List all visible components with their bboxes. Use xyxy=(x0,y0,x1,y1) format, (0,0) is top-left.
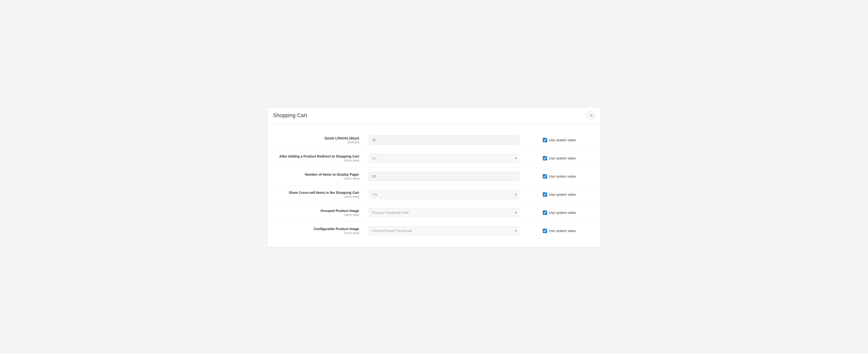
system-value-col-quote-lifetime: Use system value xyxy=(543,138,596,142)
system-value-text-configurable-product-image: Use system value xyxy=(549,229,576,233)
label-col-quote-lifetime: Quote Lifetime (days)[website] xyxy=(272,136,364,144)
system-value-checkbox-grouped-product-image[interactable] xyxy=(543,211,547,215)
form-row-grouped-product-image: Grouped Product Image[store view]Product… xyxy=(272,204,596,222)
select-wrapper-grouped-product-image: Product Thumbnail ItselfParent Product T… xyxy=(369,208,519,217)
panel-header: Shopping Cart ⊙ xyxy=(267,107,601,124)
system-value-checkbox-cross-sell[interactable] xyxy=(543,192,547,197)
panel-body: Quote Lifetime (days)[website]Use system… xyxy=(267,124,601,247)
control-col-items-pager xyxy=(364,172,543,181)
system-value-checkbox-redirect-to-cart[interactable] xyxy=(543,156,547,161)
form-row-quote-lifetime: Quote Lifetime (days)[website]Use system… xyxy=(272,131,596,149)
system-value-col-grouped-product-image: Use system value xyxy=(543,211,596,215)
scope-text-items-pager: [store view] xyxy=(272,177,359,180)
label-col-grouped-product-image: Grouped Product Image[store view] xyxy=(272,209,364,217)
scope-text-configurable-product-image: [store view] xyxy=(272,231,359,235)
collapse-button[interactable]: ⊙ xyxy=(587,111,595,119)
select-redirect-to-cart[interactable]: NoYes xyxy=(369,154,519,163)
system-value-checkbox-configurable-product-image[interactable] xyxy=(543,229,547,233)
control-col-redirect-to-cart: NoYes▾ xyxy=(364,154,543,163)
system-value-col-items-pager: Use system value xyxy=(543,174,596,179)
label-text-quote-lifetime: Quote Lifetime (days) xyxy=(272,136,359,141)
system-value-checkbox-quote-lifetime[interactable] xyxy=(543,138,547,142)
scope-text-cross-sell: [store view] xyxy=(272,195,359,199)
control-col-configurable-product-image: Product Thumbnail ItselfParent Product T… xyxy=(364,226,543,236)
system-value-label-redirect-to-cart[interactable]: Use system value xyxy=(543,156,576,161)
select-cross-sell[interactable]: YesNo xyxy=(369,190,519,199)
system-value-col-redirect-to-cart: Use system value xyxy=(543,156,596,161)
system-value-text-redirect-to-cart: Use system value xyxy=(549,156,576,160)
system-value-label-items-pager[interactable]: Use system value xyxy=(543,174,576,179)
control-col-grouped-product-image: Product Thumbnail ItselfParent Product T… xyxy=(364,208,543,217)
system-value-label-configurable-product-image[interactable]: Use system value xyxy=(543,229,576,233)
shopping-cart-panel: Shopping Cart ⊙ Quote Lifetime (days)[we… xyxy=(267,107,601,247)
select-wrapper-redirect-to-cart: NoYes▾ xyxy=(369,154,519,163)
control-col-cross-sell: YesNo▾ xyxy=(364,190,543,199)
label-col-configurable-product-image: Configurable Product Image[store view] xyxy=(272,227,364,235)
system-value-text-quote-lifetime: Use system value xyxy=(549,138,576,142)
form-row-redirect-to-cart: After Adding a Product Redirect to Shopp… xyxy=(272,149,596,168)
system-value-label-quote-lifetime[interactable]: Use system value xyxy=(543,138,576,142)
scope-text-grouped-product-image: [store view] xyxy=(272,213,359,217)
scope-text-redirect-to-cart: [store view] xyxy=(272,159,359,162)
select-configurable-product-image[interactable]: Product Thumbnail ItselfParent Product T… xyxy=(369,226,519,236)
label-text-configurable-product-image: Configurable Product Image xyxy=(272,227,359,232)
input-quote-lifetime[interactable] xyxy=(369,136,519,145)
label-text-redirect-to-cart: After Adding a Product Redirect to Shopp… xyxy=(272,154,359,159)
label-text-cross-sell: Show Cross-sell Items in the Shopping Ca… xyxy=(272,190,359,195)
select-wrapper-cross-sell: YesNo▾ xyxy=(369,190,519,199)
form-row-cross-sell: Show Cross-sell Items in the Shopping Ca… xyxy=(272,186,596,204)
input-items-pager[interactable] xyxy=(369,172,519,181)
label-col-cross-sell: Show Cross-sell Items in the Shopping Ca… xyxy=(272,190,364,199)
label-text-items-pager: Number of Items to Display Pager xyxy=(272,172,359,177)
system-value-text-cross-sell: Use system value xyxy=(549,192,576,197)
panel-title: Shopping Cart xyxy=(273,112,307,118)
system-value-checkbox-items-pager[interactable] xyxy=(543,174,547,179)
label-col-redirect-to-cart: After Adding a Product Redirect to Shopp… xyxy=(272,154,364,162)
select-grouped-product-image[interactable]: Product Thumbnail ItselfParent Product T… xyxy=(369,208,519,217)
scope-text-quote-lifetime: [website] xyxy=(272,141,359,144)
system-value-text-grouped-product-image: Use system value xyxy=(549,211,576,215)
system-value-label-cross-sell[interactable]: Use system value xyxy=(543,192,576,197)
system-value-col-configurable-product-image: Use system value xyxy=(543,229,596,233)
system-value-col-cross-sell: Use system value xyxy=(543,192,596,197)
system-value-text-items-pager: Use system value xyxy=(549,174,576,178)
select-wrapper-configurable-product-image: Product Thumbnail ItselfParent Product T… xyxy=(369,226,519,236)
form-row-items-pager: Number of Items to Display Pager[store v… xyxy=(272,168,596,186)
control-col-quote-lifetime xyxy=(364,136,543,145)
label-col-items-pager: Number of Items to Display Pager[store v… xyxy=(272,172,364,180)
label-text-grouped-product-image: Grouped Product Image xyxy=(272,209,359,213)
form-row-configurable-product-image: Configurable Product Image[store view]Pr… xyxy=(272,222,596,240)
system-value-label-grouped-product-image[interactable]: Use system value xyxy=(543,211,576,215)
